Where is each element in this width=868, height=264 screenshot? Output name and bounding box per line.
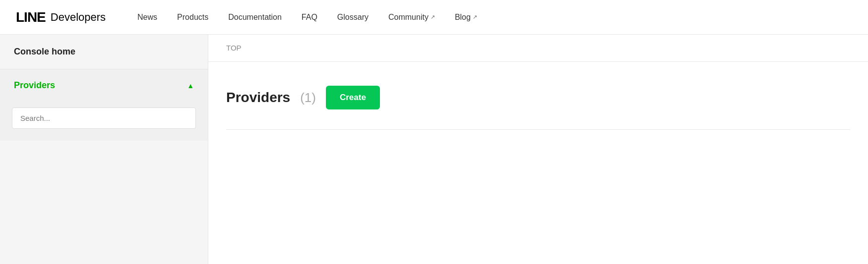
sidebar-providers-section: Providers ▲ xyxy=(0,69,208,141)
providers-main: Providers (1) Create xyxy=(208,62,868,148)
sidebar-providers-header[interactable]: Providers ▲ xyxy=(0,69,208,102)
nav-item-documentation[interactable]: Documentation xyxy=(220,9,290,26)
content-area: TOP Providers (1) Create xyxy=(208,35,868,264)
breadcrumb-text: TOP xyxy=(226,44,242,52)
providers-title-row: Providers (1) Create xyxy=(226,86,850,109)
external-link-icon-blog: ↗ xyxy=(473,14,477,20)
logo-developers[interactable]: Developers xyxy=(51,11,106,24)
external-link-icon: ↗ xyxy=(431,14,435,20)
top-navigation: LINE Developers News Products Documentat… xyxy=(0,0,868,35)
sidebar-search-area xyxy=(0,102,208,141)
nav-item-community[interactable]: Community ↗ xyxy=(380,9,443,26)
sidebar: Console home Providers ▲ xyxy=(0,35,208,264)
nav-item-blog[interactable]: Blog ↗ xyxy=(447,9,485,26)
breadcrumb: TOP xyxy=(208,35,868,62)
providers-title: Providers xyxy=(226,90,290,106)
nav-menu: News Products Documentation FAQ Glossary… xyxy=(129,9,485,26)
nav-item-glossary[interactable]: Glossary xyxy=(329,9,376,26)
create-button[interactable]: Create xyxy=(326,86,380,109)
main-wrapper: Console home Providers ▲ TOP Providers (… xyxy=(0,35,868,264)
sidebar-console-home[interactable]: Console home xyxy=(0,35,208,69)
search-input[interactable] xyxy=(12,107,196,129)
chevron-up-icon: ▲ xyxy=(187,82,194,90)
nav-item-faq[interactable]: FAQ xyxy=(294,9,325,26)
providers-count: (1) xyxy=(300,90,316,106)
content-divider xyxy=(226,129,850,130)
sidebar-providers-label: Providers xyxy=(14,80,55,91)
nav-item-products[interactable]: Products xyxy=(169,9,216,26)
nav-item-news[interactable]: News xyxy=(129,9,165,26)
logo-line[interactable]: LINE xyxy=(16,9,46,25)
logo-area[interactable]: LINE Developers xyxy=(16,9,106,25)
